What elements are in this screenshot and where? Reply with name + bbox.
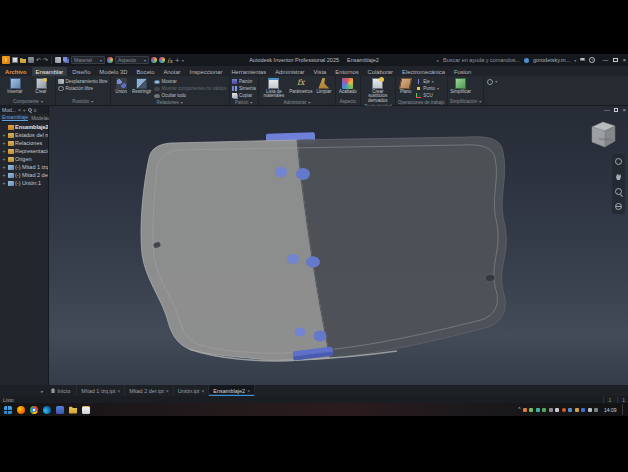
tree-expander-icon[interactable]: + xyxy=(2,180,6,186)
tray-icon[interactable] xyxy=(568,408,572,412)
chevron-down-icon[interactable]: ▾ xyxy=(574,58,576,63)
tree-expander-icon[interactable]: + xyxy=(2,156,6,162)
undo-icon[interactable]: ↶ xyxy=(36,57,41,63)
viewport-3d[interactable]: — × xyxy=(49,106,628,385)
tray-icon[interactable] xyxy=(523,408,527,412)
redo-icon[interactable]: ↷ xyxy=(43,57,48,63)
parameters-button[interactable]: fx Parámetros xyxy=(289,77,313,94)
tree-item[interactable]: + (-) Unión:1 xyxy=(0,179,48,187)
ucs-button[interactable]: SCU xyxy=(416,92,439,99)
free-move-button[interactable]: Desplazamiento libre xyxy=(58,78,108,85)
panel-label-patron[interactable]: Patrón ▾ xyxy=(232,99,256,105)
orbit-icon[interactable] xyxy=(615,203,622,210)
derived-substitutes-button[interactable]: Crear sustitutos derivados xyxy=(363,77,393,104)
doc-close-button[interactable]: × xyxy=(622,107,626,113)
tray-icon[interactable] xyxy=(542,408,546,412)
ribbon-tab[interactable]: Administrar xyxy=(271,67,308,76)
close-button[interactable]: × xyxy=(623,57,626,63)
tray-icon[interactable] xyxy=(575,408,579,412)
search-icon[interactable] xyxy=(28,108,32,112)
select-icon[interactable] xyxy=(63,57,69,63)
close-icon[interactable]: × xyxy=(18,107,21,113)
document-tab[interactable]: Inicio xyxy=(47,385,78,396)
tray-icon[interactable] xyxy=(562,408,566,412)
restore-button[interactable] xyxy=(613,58,618,62)
menu-icon[interactable]: ≡ xyxy=(34,107,37,113)
show-desktop-button[interactable] xyxy=(622,404,624,415)
ribbon-tab[interactable]: Diseño xyxy=(68,67,94,76)
free-rotate-button[interactable]: Rotación libre xyxy=(58,85,108,92)
ribbon-tab[interactable]: Archivo xyxy=(1,67,31,76)
edge-icon[interactable] xyxy=(43,406,51,414)
panel-label-relaciones[interactable]: Relaciones ▾ xyxy=(113,99,227,105)
work-axis-button[interactable]: Eje ▾ xyxy=(416,78,439,85)
tray-icon[interactable] xyxy=(536,408,540,412)
ribbon-tab[interactable]: Vista xyxy=(310,67,331,76)
tree-item[interactable]: + Relaciones xyxy=(0,139,48,147)
start-button[interactable] xyxy=(4,406,12,414)
create-component-button[interactable]: Crear xyxy=(29,77,53,94)
pattern-button[interactable]: Patrón xyxy=(232,78,256,85)
tree-item[interactable]: + Representaciones xyxy=(0,147,48,155)
ribbon-tab[interactable]: Ensamblar xyxy=(32,67,68,76)
work-point-button[interactable]: Punto ▾ xyxy=(416,85,439,92)
ribbon-tab[interactable]: Herramientas xyxy=(227,67,270,76)
help-icon[interactable]: ? xyxy=(589,57,595,63)
panel-label-posicion[interactable]: Posición ▾ xyxy=(58,98,108,105)
work-plane-button[interactable]: Plano xyxy=(398,77,414,94)
save-icon[interactable] xyxy=(28,57,34,63)
doc-restore-button[interactable] xyxy=(614,108,619,112)
material-select[interactable]: Material ▾ xyxy=(71,56,105,64)
hide-all-button[interactable]: Ocultar todo xyxy=(154,92,227,99)
zoom-icon[interactable] xyxy=(615,188,622,195)
pan-icon[interactable] xyxy=(615,173,622,180)
tree-item[interactable]: + Estados del modelo: [Pr xyxy=(0,131,48,139)
tab-close-icon[interactable]: × xyxy=(201,388,204,394)
chevron-down-icon[interactable]: ▾ xyxy=(495,79,497,84)
tree-item[interactable]: + Origen xyxy=(0,155,48,163)
view-cube[interactable]: FRONTAL xyxy=(588,118,618,150)
tray-icon[interactable] xyxy=(581,408,585,412)
constrain-button[interactable]: Restringir xyxy=(132,77,152,94)
adjust-appearance-icon[interactable] xyxy=(151,57,157,63)
tree-item[interactable]: Ensamblaje2 xyxy=(0,123,48,131)
panel-label-simplificacion[interactable]: Simplificación ▾ xyxy=(450,98,482,105)
tree-expander-icon[interactable]: + xyxy=(2,148,6,154)
doc-minimize-button[interactable]: — xyxy=(604,107,610,113)
clear-appearance-icon[interactable] xyxy=(159,57,165,63)
user-avatar[interactable] xyxy=(524,58,529,63)
ribbon-tab[interactable]: Modelo 3D xyxy=(95,67,131,76)
simplify-button[interactable]: Simplificar xyxy=(450,77,472,94)
panel-label-administrar[interactable]: Administrar ▾ xyxy=(261,99,333,105)
copy-button[interactable]: Copiar xyxy=(232,92,256,99)
notes-app-icon[interactable] xyxy=(82,406,90,414)
purge-button[interactable]: Limpiar xyxy=(315,77,333,94)
gear-icon[interactable] xyxy=(487,79,493,85)
ribbon-tab[interactable]: Anotar xyxy=(159,67,184,76)
ribbon-tab[interactable]: Entornos xyxy=(331,67,362,76)
tray-icon[interactable] xyxy=(549,408,553,412)
ribbon-tab[interactable]: Boceto xyxy=(132,67,158,76)
document-tab[interactable]: Mitad 1 izq.ipt × xyxy=(77,385,125,396)
tab-close-icon[interactable]: × xyxy=(166,388,169,394)
insert-component-button[interactable]: Insertar xyxy=(3,77,27,94)
chrome-icon[interactable] xyxy=(30,406,38,414)
tree-expander-icon[interactable]: + xyxy=(2,132,6,138)
document-tab[interactable]: Mitad 2 der.ipt × xyxy=(125,385,173,396)
bom-button[interactable]: Lista de materiales xyxy=(261,77,287,99)
tab-close-icon[interactable]: × xyxy=(117,388,120,394)
inventor-logo-icon[interactable]: I xyxy=(2,56,10,64)
appearance-button[interactable]: Acabado xyxy=(338,77,358,94)
minimize-button[interactable]: — xyxy=(603,57,609,63)
show-relationships-button[interactable]: Mostrar xyxy=(154,78,227,85)
measure-icon[interactable]: + xyxy=(175,57,180,63)
tree-expander-icon[interactable]: + xyxy=(2,164,6,170)
document-tab[interactable]: Unión.ipt × xyxy=(174,385,210,396)
appearance-select[interactable]: Aspecto ▾ xyxy=(115,56,149,64)
tree-expander-icon[interactable]: + xyxy=(2,172,6,178)
tray-icon[interactable] xyxy=(594,408,598,412)
navigation-wheel-icon[interactable] xyxy=(615,158,622,165)
parameters-fx-icon[interactable]: fx xyxy=(167,57,173,64)
tree-expander-icon[interactable]: + xyxy=(2,140,6,146)
file-explorer-icon[interactable] xyxy=(69,406,77,414)
